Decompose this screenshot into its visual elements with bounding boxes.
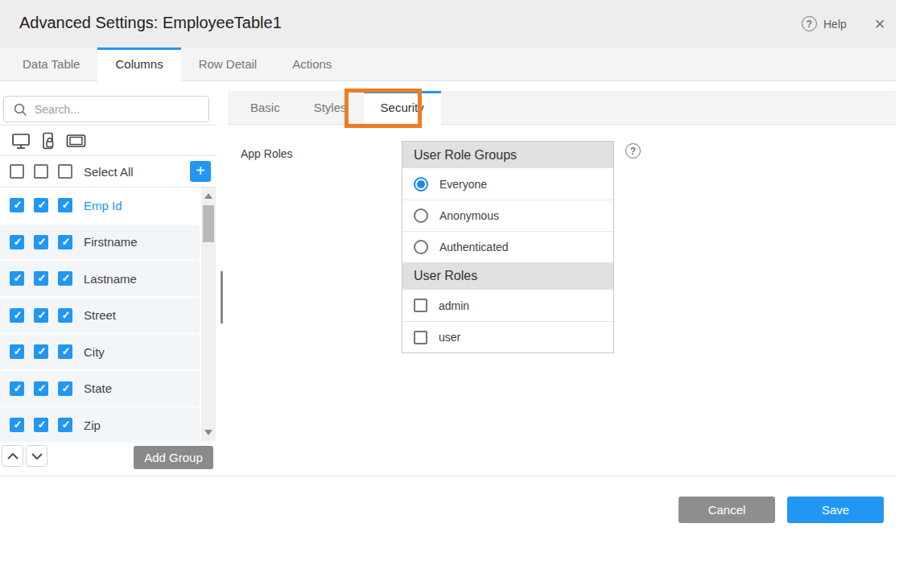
splitter-drag-handle[interactable] [221, 271, 223, 324]
column-label: Emp Id [84, 199, 122, 212]
tab-actions[interactable]: Actions [274, 47, 349, 80]
sidebar-footer: Add Group [0, 443, 217, 476]
search-box [3, 96, 209, 122]
main-tab-bar: Data Table Columns Row Detail Actions [0, 47, 896, 81]
column-checkbox-tablet[interactable] [58, 271, 72, 286]
column-checkbox-desktop[interactable] [10, 198, 24, 212]
app-roles-panel: User Role Groups Everyone Anonymous Auth… [402, 141, 614, 353]
column-checkbox-phone[interactable] [34, 344, 48, 359]
user-role-option-admin[interactable]: admin [402, 290, 613, 321]
dialog-header: Advanced Settings: EmployeeTable1 ? Help… [0, 0, 896, 47]
option-label: Everyone [439, 178, 487, 191]
close-icon[interactable]: ✕ [871, 14, 889, 35]
detail-tab-bar: Basic Styles Security [228, 91, 896, 125]
column-checkbox-desktop[interactable] [10, 308, 24, 323]
cancel-button[interactable]: Cancel [679, 497, 775, 523]
column-label: Firstname [84, 235, 138, 249]
column-checkbox-phone[interactable] [34, 308, 48, 323]
column-row-state[interactable]: State [0, 371, 200, 406]
column-checkbox-phone[interactable] [34, 418, 48, 432]
column-row-zip[interactable]: Zip [0, 407, 200, 443]
phone-lock-icon[interactable] [39, 131, 58, 150]
radio-anonymous[interactable] [414, 208, 428, 223]
tab-data-table[interactable]: Data Table [5, 47, 97, 80]
dialog-title: Advanced Settings: EmployeeTable1 [19, 14, 282, 32]
search-input[interactable] [33, 97, 202, 121]
tab-row-detail[interactable]: Row Detail [181, 47, 275, 80]
scrollbar-thumb[interactable] [203, 205, 214, 242]
column-checkbox-desktop[interactable] [10, 271, 24, 286]
column-row-lastname[interactable]: Lastname [0, 261, 200, 296]
sidebar-scrollbar[interactable] [201, 188, 216, 441]
column-row-emp-id[interactable]: Emp Id [0, 188, 200, 223]
option-label: Anonymous [439, 209, 499, 222]
column-row-street[interactable]: Street [0, 298, 200, 333]
column-checkbox-tablet[interactable] [58, 381, 72, 396]
column-checkbox-phone[interactable] [34, 235, 48, 249]
chevron-down-icon [31, 452, 43, 460]
column-label: Street [84, 308, 116, 322]
column-checkbox-tablet[interactable] [58, 344, 72, 359]
option-label: admin [439, 299, 469, 312]
column-checkbox-tablet[interactable] [58, 198, 72, 212]
user-role-groups-header: User Role Groups [402, 142, 613, 168]
move-up-button[interactable] [2, 445, 23, 467]
help-icon: ? [625, 143, 641, 159]
role-group-option-everyone[interactable]: Everyone [402, 168, 613, 200]
search-icon [13, 102, 28, 117]
checkbox-admin[interactable] [414, 299, 427, 312]
option-label: Authenticated [439, 241, 509, 253]
app-roles-help-button[interactable]: ? [625, 143, 641, 159]
add-group-button[interactable]: Add Group [134, 446, 213, 469]
column-checkbox-phone[interactable] [34, 271, 48, 286]
role-group-option-authenticated[interactable]: Authenticated [402, 231, 613, 262]
column-row-city[interactable]: City [0, 334, 200, 369]
column-checkbox-phone[interactable] [34, 381, 48, 396]
column-checkbox-desktop[interactable] [10, 235, 24, 249]
help-label: Help [823, 18, 847, 31]
tab-basic[interactable]: Basic [233, 91, 297, 124]
user-role-option-user[interactable]: user [402, 321, 613, 352]
column-label: Lastname [84, 272, 137, 286]
scroll-up-icon[interactable] [204, 193, 212, 199]
columns-sidebar: Select All + Emp Id Firstname Lastname [0, 91, 217, 476]
advanced-settings-dialog: Advanced Settings: EmployeeTable1 ? Help… [0, 0, 896, 577]
column-checkbox-phone[interactable] [34, 198, 48, 212]
select-all-label: Select All [84, 165, 134, 179]
column-row-firstname[interactable]: Firstname [0, 225, 200, 260]
column-checkbox-desktop[interactable] [10, 344, 24, 359]
move-down-button[interactable] [26, 445, 47, 467]
chevron-up-icon [6, 452, 19, 460]
app-roles-label: App Roles [241, 147, 293, 160]
column-checkbox-desktop[interactable] [10, 418, 24, 432]
tablet-icon[interactable] [65, 131, 87, 150]
column-checkbox-tablet[interactable] [58, 308, 72, 323]
option-label: user [439, 331, 460, 344]
column-checkbox-desktop[interactable] [10, 381, 24, 396]
help-icon: ? [802, 16, 817, 31]
tab-security[interactable]: Security [364, 91, 441, 126]
tab-columns[interactable]: Columns [97, 47, 180, 82]
checkbox-user[interactable] [414, 331, 427, 344]
select-all-checkbox-desktop[interactable] [10, 164, 24, 179]
tab-styles[interactable]: Styles [297, 91, 364, 124]
save-button[interactable]: Save [787, 497, 884, 523]
column-label: State [84, 381, 112, 395]
radio-everyone[interactable] [414, 177, 428, 192]
radio-authenticated[interactable] [414, 240, 428, 254]
help-button[interactable]: ? Help [802, 16, 847, 31]
add-column-button[interactable]: + [190, 161, 211, 182]
column-checkbox-tablet[interactable] [58, 235, 72, 249]
select-all-checkbox-tablet[interactable] [58, 164, 72, 179]
footer-divider [0, 476, 896, 476]
role-group-option-anonymous[interactable]: Anonymous [402, 200, 613, 231]
select-all-checkbox-phone[interactable] [34, 164, 48, 179]
desktop-icon[interactable] [10, 131, 31, 150]
column-label: City [84, 345, 105, 359]
scroll-down-icon[interactable] [204, 430, 212, 435]
select-all-row: Select All + [0, 156, 217, 187]
column-checkbox-tablet[interactable] [58, 418, 72, 432]
column-list: Emp Id Firstname Lastname Street [0, 188, 200, 444]
user-roles-header: User Roles [402, 262, 613, 290]
device-toggle-row [0, 126, 217, 155]
